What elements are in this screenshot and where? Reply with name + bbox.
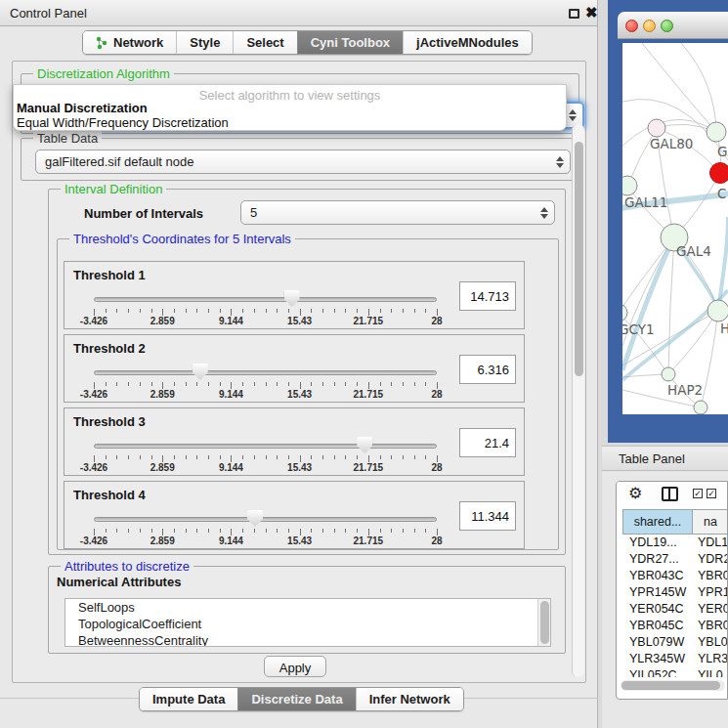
slider-track[interactable] xyxy=(94,370,437,375)
slider-tick xyxy=(334,529,335,533)
split-columns-icon[interactable] xyxy=(662,487,678,501)
slider-tick xyxy=(140,309,141,313)
table-row[interactable]: YLR345WYLR3 xyxy=(622,651,728,667)
cell-name: YBR0 xyxy=(693,618,728,634)
close-traffic-light-icon[interactable] xyxy=(625,20,638,32)
table-row[interactable]: YDL19...YDL1 xyxy=(622,535,728,551)
tab-style[interactable]: Style xyxy=(176,31,233,54)
slider-tick xyxy=(140,455,141,459)
cell-name: YDL1 xyxy=(693,535,728,551)
slider-scale-label: 9.144 xyxy=(219,462,243,473)
slider-tick xyxy=(345,455,346,459)
node-top-right[interactable] xyxy=(707,122,726,142)
label-gcy1: GCY1 xyxy=(622,321,655,337)
threshold-value-field[interactable]: 14.713 xyxy=(459,281,516,311)
checkbox-icon[interactable]: ✓ xyxy=(693,489,703,498)
number-of-intervals-combobox[interactable]: 5 xyxy=(240,200,555,225)
slider-tick xyxy=(140,382,141,386)
table-row[interactable]: YBL079WYBL0 xyxy=(622,634,728,651)
slider-thumb[interactable] xyxy=(284,290,300,307)
column-header-name[interactable]: na xyxy=(693,509,728,535)
slider-scale-label: 28 xyxy=(431,535,442,546)
slider-tick xyxy=(116,529,117,533)
network-canvas[interactable]: GAL80 GA C GAL11 GAL4 GCY1 H HAP2 xyxy=(622,43,728,414)
threshold-value-field[interactable]: 21.4 xyxy=(459,428,516,457)
table-row[interactable]: YDR27...YDR2 xyxy=(622,551,728,568)
label-gal4: GAL4 xyxy=(676,243,711,259)
attribute-item[interactable]: SelfLoops xyxy=(65,599,550,616)
slider-tick xyxy=(345,382,346,386)
tab-jactivemnodules[interactable]: jActiveMNodules xyxy=(403,31,532,54)
node-gcy1[interactable] xyxy=(622,304,627,321)
slider-track[interactable] xyxy=(94,517,437,522)
slider-tick xyxy=(322,455,323,459)
slider-tick xyxy=(254,455,255,459)
tab-label: Discretize Data xyxy=(251,692,342,707)
float-window-icon[interactable] xyxy=(569,9,579,19)
label-c-clipped: C xyxy=(717,186,726,201)
network-nodes[interactable] xyxy=(622,119,728,414)
tab-cyni-toolbox[interactable]: Cyni Toolbox xyxy=(297,31,403,54)
threshold-value-field[interactable]: 6.316 xyxy=(459,355,516,384)
attributes-scrollbar[interactable] xyxy=(537,599,550,646)
node-gal80[interactable] xyxy=(648,119,665,137)
tab-discretize-data[interactable]: Discretize Data xyxy=(237,688,355,710)
checkbox-icon[interactable]: ✓ xyxy=(707,489,716,498)
tab-select[interactable]: Select xyxy=(233,31,296,54)
tab-network[interactable]: Network xyxy=(83,31,176,54)
tab-infer-network[interactable]: Infer Network xyxy=(356,688,463,710)
gear-icon[interactable]: ⚙ xyxy=(628,484,642,502)
slider-scale-label: 2.859 xyxy=(150,316,175,326)
zoom-traffic-light-icon[interactable] xyxy=(661,20,673,32)
numerical-attributes-list[interactable]: SelfLoopsTopologicalCoefficientBetweenne… xyxy=(64,598,551,647)
node-hap2[interactable] xyxy=(662,367,675,381)
slider-scale-label: 2.859 xyxy=(150,389,175,400)
table-row[interactable]: YBR043CYBR0 xyxy=(622,568,728,584)
node-bottom[interactable] xyxy=(694,401,707,414)
table-row[interactable]: YPR145WYPR1 xyxy=(622,584,728,601)
close-icon[interactable]: ✖ xyxy=(585,4,598,21)
table-header-row: shared... na xyxy=(622,509,728,535)
node-red-selected[interactable] xyxy=(710,163,728,184)
cell-name: YBL0 xyxy=(693,634,728,651)
table-row[interactable]: YIL052CYIL0 xyxy=(622,667,728,677)
slider-tick xyxy=(391,455,392,459)
slider-scale-label: 2.859 xyxy=(150,462,175,473)
node-right[interactable] xyxy=(707,300,728,321)
network-graph: GAL80 GA C GAL11 GAL4 GCY1 H HAP2 xyxy=(622,43,728,414)
slider-thumb[interactable] xyxy=(193,364,208,380)
slider-track[interactable] xyxy=(94,297,437,302)
attribute-item[interactable]: TopologicalCoefficient xyxy=(65,616,550,632)
scrollbar-thumb[interactable] xyxy=(575,142,583,376)
minimize-traffic-light-icon[interactable] xyxy=(643,20,656,32)
slider-tick xyxy=(196,529,197,533)
label-h-clipped: H xyxy=(720,321,728,336)
slider-scale-label: 15.43 xyxy=(287,535,312,546)
tab-impute-data[interactable]: Impute Data xyxy=(140,688,237,710)
popup-item-manual-discretization[interactable]: Manual Discretization xyxy=(17,101,148,115)
scrollbar-thumb[interactable] xyxy=(621,681,720,690)
table-horizontal-scrollbar[interactable] xyxy=(621,680,725,691)
network-icon xyxy=(96,36,108,50)
slider-thumb[interactable] xyxy=(357,437,372,453)
table-row[interactable]: YBR045CYBR0 xyxy=(622,618,728,634)
slider-tick xyxy=(334,455,335,459)
slider-tick xyxy=(196,382,197,386)
popup-item-equal-width-frequency[interactable]: Equal Width/Frequency Discretization xyxy=(17,115,229,130)
number-of-intervals-value: 5 xyxy=(250,205,257,220)
table-data-combobox[interactable]: galFiltered.sif default node xyxy=(35,150,571,174)
slider-tick xyxy=(414,455,415,459)
column-header-shared-name[interactable]: shared... xyxy=(622,509,693,535)
threshold-value-field[interactable]: 11.344 xyxy=(459,501,516,531)
content-vertical-scrollbar[interactable] xyxy=(572,124,584,677)
slider-thumb[interactable] xyxy=(247,510,263,527)
table-row[interactable]: YER054CYER0 xyxy=(622,601,728,618)
slider-tick xyxy=(357,455,358,459)
attribute-item[interactable]: BetweennessCentrality xyxy=(65,632,550,647)
network-view-window[interactable]: GAL80 GA C GAL11 GAL4 GCY1 H HAP2 xyxy=(608,0,728,443)
slider-tick xyxy=(403,455,404,459)
apply-button[interactable]: Apply xyxy=(264,656,326,677)
network-window-titlebar[interactable] xyxy=(618,12,728,39)
slider-track[interactable] xyxy=(94,444,437,449)
node-gal11[interactable] xyxy=(622,176,637,195)
